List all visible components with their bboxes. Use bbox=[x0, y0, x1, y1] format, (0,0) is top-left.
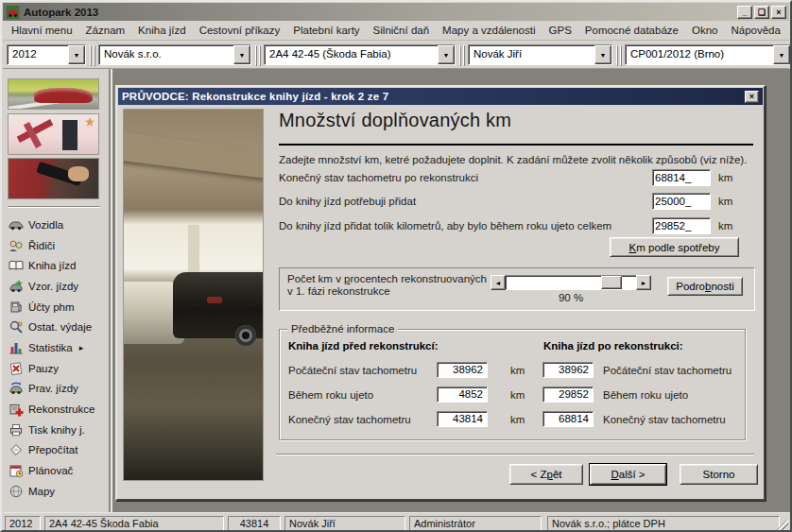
sidebar-item-planovac[interactable]: Plánovač bbox=[9, 460, 107, 481]
sidebar-item-mapy[interactable]: Mapy bbox=[9, 481, 107, 502]
chevron-down-icon[interactable]: ▼ bbox=[594, 45, 611, 64]
printer-icon bbox=[9, 422, 24, 438]
status-vehicle: 2A4 42-45 Škoda Fabia bbox=[44, 516, 224, 531]
window-titlebar[interactable]: Autopark 2013 _ ❏ × bbox=[3, 3, 789, 21]
field-label-total-yearly-km: Do knihy jízd přidat tolik kilometrů, ab… bbox=[279, 220, 611, 232]
menu-gps[interactable]: GPS bbox=[542, 22, 578, 39]
sidebar-item-label: Kniha jízd bbox=[28, 260, 77, 271]
row-label: Konečný stav tachometru bbox=[288, 414, 411, 425]
vehicle-combobox[interactable]: 2A4 42-45 (Škoda Fabia) ▼ bbox=[264, 44, 456, 65]
chevron-down-icon[interactable]: ▼ bbox=[438, 45, 455, 64]
field-label-final-odometer: Konečný stav tachometru po rekonstrukci bbox=[279, 172, 478, 183]
back-button[interactable]: < Zpět bbox=[509, 464, 583, 485]
after-driven-km: 29852 bbox=[542, 386, 594, 403]
trip-order-combobox[interactable]: CP001/2012 (Brno) ▼ bbox=[625, 44, 791, 65]
final-odometer-input[interactable] bbox=[652, 169, 711, 186]
total-yearly-km-input[interactable] bbox=[652, 217, 711, 234]
app-window: Autopark 2013 _ ❏ × Hlavní menu Záznam K… bbox=[0, 0, 792, 532]
driver-combobox[interactable]: Novák Jiří ▼ bbox=[468, 44, 612, 65]
sidebar-item-ridici[interactable]: Řidiči bbox=[9, 235, 107, 256]
status-odometer: 43814 bbox=[228, 516, 281, 531]
chevron-down-icon[interactable]: ▼ bbox=[68, 45, 85, 64]
menu-kniha-jizd[interactable]: Kniha jízd bbox=[131, 22, 193, 39]
chevron-down-icon[interactable]: ▼ bbox=[233, 45, 250, 64]
next-button[interactable]: Další > bbox=[590, 464, 666, 485]
button-separator bbox=[276, 454, 754, 455]
unit-label: km bbox=[510, 414, 525, 425]
sidebar-item-statistika[interactable]: Statistika ▸ bbox=[9, 337, 107, 358]
wizard-titlebar[interactable]: PRŮVODCE: Rekonstrukce knihy jízd - krok… bbox=[118, 88, 763, 105]
km-by-consumption-button[interactable]: Km podle spotřeby bbox=[610, 237, 739, 257]
km-to-add-input[interactable] bbox=[652, 193, 711, 210]
planner-icon bbox=[9, 463, 24, 478]
vehicle-combobox-value: 2A4 42-45 (Škoda Fabia) bbox=[265, 45, 438, 64]
sidebar: Vozidla Řidiči Kniha jízd Vzor. jízdy Úč… bbox=[3, 69, 111, 512]
sidebar-item-ucty-phm[interactable]: Účty phm bbox=[9, 297, 107, 317]
company-combobox[interactable]: Novák s.r.o. ▼ bbox=[98, 44, 251, 65]
company-combobox-value: Novák s.r.o. bbox=[99, 45, 233, 64]
wizard-close-button[interactable]: × bbox=[745, 91, 759, 103]
sidebar-item-vozidla[interactable]: Vozidla bbox=[9, 215, 107, 235]
minimize-button[interactable]: _ bbox=[737, 6, 752, 19]
cancel-button-label: Storno bbox=[703, 469, 735, 480]
bar-chart-icon bbox=[9, 340, 24, 355]
scroll-right-icon[interactable]: ► bbox=[636, 275, 651, 290]
slider-thumb[interactable] bbox=[601, 276, 622, 289]
menu-silnicni-dan[interactable]: Silniční daň bbox=[367, 22, 436, 39]
sidebar-item-label: Vzor. jízdy bbox=[28, 281, 78, 292]
sidebar-item-prav-jizdy[interactable]: Prav. jízdy bbox=[9, 379, 107, 400]
close-button[interactable]: × bbox=[771, 6, 786, 19]
resize-grip[interactable] bbox=[777, 521, 788, 532]
photo-car-road bbox=[8, 78, 99, 110]
group-title: Předběžné informace bbox=[287, 323, 398, 335]
menu-okno[interactable]: Okno bbox=[685, 22, 725, 39]
menu-hlavni-menu[interactable]: Hlavní menu bbox=[5, 22, 79, 39]
scroll-left-icon[interactable]: ◄ bbox=[491, 275, 506, 290]
menu-napoveda[interactable]: Nápověda bbox=[724, 22, 786, 39]
preliminary-info-group: Předběžné informace Kniha jízd před reko… bbox=[279, 329, 746, 440]
menu-mapy-a-vzdalenosti[interactable]: Mapy a vzdálenosti bbox=[436, 22, 542, 39]
row-label: Během roku ujeto bbox=[288, 389, 373, 401]
menu-cestovni-prikazy[interactable]: Cestovní příkazy bbox=[193, 22, 287, 39]
menu-platebni-karty[interactable]: Platební karty bbox=[286, 22, 366, 39]
photo-travel-collage bbox=[8, 113, 99, 155]
details-button[interactable]: Podrobnosti bbox=[667, 277, 743, 296]
driver-combobox-value: Novák Jiří bbox=[469, 45, 594, 64]
field-label-km-to-add: Do knihy jízd potřebuji přidat bbox=[279, 196, 416, 207]
magnifier-icon bbox=[9, 319, 24, 335]
slider-track[interactable] bbox=[506, 275, 636, 290]
row-label: Během roku ujeto bbox=[603, 389, 688, 401]
toolbar-grip bbox=[255, 45, 262, 66]
statusbar: 2012 2A4 42-45 Škoda Fabia 43814 Novák J… bbox=[3, 512, 789, 532]
unit-label: km bbox=[718, 196, 732, 207]
reconstruction-icon bbox=[9, 402, 24, 417]
sidebar-item-vzor-jizdy[interactable]: Vzor. jízdy bbox=[9, 276, 107, 297]
after-heading: Kniha jízd po rekonstrukci: bbox=[543, 340, 683, 352]
globe-icon bbox=[9, 484, 24, 499]
sidebar-item-label: Účty phm bbox=[28, 301, 75, 313]
maximize-icon: ❏ bbox=[758, 8, 766, 17]
fuel-pump-icon bbox=[9, 300, 24, 315]
toolbar-grip bbox=[459, 45, 466, 66]
status-company: Novák s.r.o.; plátce DPH bbox=[547, 516, 780, 531]
sidebar-item-label: Mapy bbox=[28, 486, 55, 497]
unit-label: km bbox=[718, 220, 732, 232]
percentage-value: 90 % bbox=[491, 292, 651, 303]
status-year: 2012 bbox=[5, 516, 41, 531]
chevron-down-icon[interactable]: ▼ bbox=[773, 45, 790, 64]
sidebar-item-ostat-vydaje[interactable]: Ostat. výdaje bbox=[9, 317, 107, 337]
sidebar-item-pauzy[interactable]: Pauzy bbox=[9, 358, 107, 379]
wizard-title: PRŮVODCE: Rekonstrukce knihy jízd - krok… bbox=[122, 91, 388, 102]
percentage-slider[interactable]: ◄ ► bbox=[491, 275, 651, 290]
maximize-button[interactable]: ❏ bbox=[754, 6, 769, 19]
sidebar-item-prepocitat[interactable]: Přepočítat bbox=[9, 440, 107, 461]
menu-zaznam[interactable]: Záznam bbox=[79, 22, 132, 39]
toolbar-grip bbox=[90, 45, 96, 66]
sidebar-item-kniha-jizd[interactable]: Kniha jízd bbox=[9, 255, 107, 276]
minimize-icon: _ bbox=[742, 8, 747, 17]
year-combobox[interactable]: 2012 ▼ bbox=[7, 44, 86, 65]
sidebar-item-tisk-knihy[interactable]: Tisk knihy j. bbox=[9, 420, 107, 440]
sidebar-item-rekonstrukce[interactable]: Rekonstrukce bbox=[9, 399, 107, 420]
cancel-button[interactable]: Storno bbox=[680, 464, 758, 485]
menu-pomocne-databaze[interactable]: Pomocné databáze bbox=[578, 22, 685, 39]
